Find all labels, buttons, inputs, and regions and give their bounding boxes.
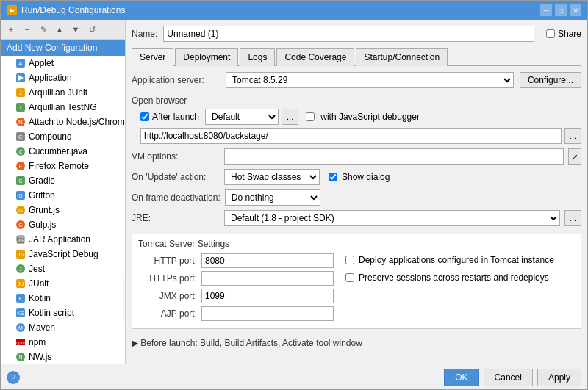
npm-icon: npm xyxy=(15,337,26,347)
http-port-label: HTTP port: xyxy=(138,256,197,266)
sidebar-item-cucumber-java[interactable]: C Cucumber.java xyxy=(1,144,125,159)
sidebar-item-label: NW.js xyxy=(29,352,51,362)
window-icon: ▶ xyxy=(7,5,17,15)
maximize-button[interactable]: □ xyxy=(555,4,567,16)
deploy-apps-checkbox[interactable] xyxy=(345,256,354,264)
close-button[interactable]: ✕ xyxy=(570,4,581,16)
url-input[interactable] xyxy=(140,128,562,144)
sidebar-item-arquillian-junit[interactable]: J Arquillian JUnit xyxy=(1,85,125,100)
share-checkbox[interactable] xyxy=(546,29,555,38)
edit-config-tool-button[interactable]: ✎ xyxy=(36,22,51,37)
sidebar-item-applet[interactable]: A Applet xyxy=(1,56,125,71)
show-dialog-checkbox[interactable] xyxy=(329,173,337,181)
http-port-input[interactable] xyxy=(201,253,334,268)
jmx-port-input[interactable] xyxy=(201,289,334,303)
sidebar-item-npm[interactable]: npm npm xyxy=(1,335,125,350)
content: + − ✎ ▲ ▼ ↺ Add New Configuration A Appl… xyxy=(1,20,587,364)
browser-select[interactable]: Default xyxy=(205,109,279,125)
preserve-sessions-row: Preserve sessions across restarts and re… xyxy=(345,272,554,283)
ajp-port-input[interactable] xyxy=(201,306,334,321)
sidebar-item-jar-application[interactable]: JAR JAR Application xyxy=(1,232,125,247)
sidebar-item-label: Griffon xyxy=(29,190,55,201)
sidebar-item-nwjs[interactable]: N NW.js xyxy=(1,350,125,364)
update-action-select[interactable]: Hot Swap classes xyxy=(224,169,320,185)
tab-startup-connection[interactable]: Startup/Connection xyxy=(356,48,448,66)
update-action-row: On 'Update' action: Hot Swap classes Sho… xyxy=(132,169,581,185)
apply-button[interactable]: Apply xyxy=(537,369,581,386)
sidebar-item-label: Jest xyxy=(29,264,45,274)
tab-code-coverage[interactable]: Code Coverage xyxy=(276,48,354,66)
remove-config-tool-button[interactable]: − xyxy=(20,22,35,37)
minimize-button[interactable]: ─ xyxy=(540,4,552,16)
sidebar-item-maven[interactable]: M Maven xyxy=(1,320,125,335)
sidebar-item-javascript-debug[interactable]: JS JavaScript Debug xyxy=(1,247,125,261)
bottom-bar: ? OK Cancel Apply xyxy=(1,364,587,389)
sidebar-item-label: JAR Application xyxy=(29,234,90,245)
preserve-sessions-checkbox[interactable] xyxy=(345,273,354,282)
sidebar-item-firefox-remote[interactable]: F Firefox Remote xyxy=(1,159,125,173)
move-down-button[interactable]: ▼ xyxy=(68,22,83,37)
sidebar-item-attach-node[interactable]: N Attach to Node.js/Chrome xyxy=(1,115,125,129)
js-debugger-checkbox[interactable] xyxy=(306,112,315,121)
cancel-button[interactable]: Cancel xyxy=(484,369,533,386)
svg-text:G: G xyxy=(18,223,22,228)
url-row: ... xyxy=(132,128,581,144)
sidebar-item-junit[interactable]: JU JUnit xyxy=(1,276,125,291)
sidebar-item-label: Gradle xyxy=(29,176,55,186)
configure-button[interactable]: Configure... xyxy=(520,72,581,88)
add-config-tool-button[interactable]: + xyxy=(4,22,18,37)
sort-button[interactable]: ↺ xyxy=(85,22,99,37)
svg-text:N: N xyxy=(18,119,23,126)
sidebar-item-label: Firefox Remote xyxy=(29,161,89,171)
sidebar-item-label: Compound xyxy=(29,131,72,142)
open-browser-label: Open browser xyxy=(132,95,581,106)
tab-deployment[interactable]: Deployment xyxy=(175,48,238,66)
sidebar-item-gulp[interactable]: G Gulp.js xyxy=(1,217,125,232)
tomcat-ports-left: HTTP port: HTTPs port: JMX port: xyxy=(138,253,334,324)
kotlin-script-icon: KS xyxy=(15,308,26,318)
before-launch-section[interactable]: ▶ Before launch: Build, Build Artifacts,… xyxy=(132,338,581,348)
url-options-button[interactable]: ... xyxy=(564,128,581,144)
svg-text:J: J xyxy=(19,90,22,95)
sidebar-item-griffon[interactable]: G Griffon xyxy=(1,188,125,203)
sidebar-item-application[interactable]: Application xyxy=(1,71,125,85)
sidebar: + − ✎ ▲ ▼ ↺ Add New Configuration A Appl… xyxy=(1,20,126,364)
browser-options-button[interactable]: ... xyxy=(282,109,298,125)
jmx-port-label: JMX port: xyxy=(138,291,197,301)
http-port-row: HTTP port: xyxy=(138,253,334,268)
before-launch-toggle[interactable]: ▶ Before launch: Build, Build Artifacts,… xyxy=(132,338,581,348)
main-panel: Name: Share Server Deployment Logs Code … xyxy=(126,20,587,364)
svg-text:G: G xyxy=(18,178,22,184)
sidebar-item-label: Maven xyxy=(29,322,55,333)
ok-button[interactable]: OK xyxy=(444,369,478,386)
sidebar-item-label: JUnit xyxy=(29,278,49,289)
sidebar-item-arquillian-testng[interactable]: T Arquillian TestNG xyxy=(1,100,125,115)
jre-options-button[interactable]: ... xyxy=(564,210,581,226)
vm-expand-button[interactable]: ⤢ xyxy=(568,148,581,165)
https-port-input[interactable] xyxy=(201,271,334,286)
svg-text:J: J xyxy=(19,267,22,272)
name-input[interactable] xyxy=(163,26,534,42)
add-new-configuration-button[interactable]: Add New Configuration xyxy=(1,40,125,56)
help-button[interactable]: ? xyxy=(7,371,20,384)
vm-options-input[interactable] xyxy=(224,148,564,165)
frame-deactivation-select[interactable]: Do nothing xyxy=(225,189,320,206)
sidebar-item-compound[interactable]: C Compound xyxy=(1,129,125,144)
jre-label: JRE: xyxy=(132,213,220,223)
tab-server[interactable]: Server xyxy=(132,48,173,66)
app-server-label: Application server: xyxy=(132,75,220,85)
sidebar-item-grunt[interactable]: G Grunt.js xyxy=(1,203,125,217)
deploy-apps-row: Deploy applications configured in Tomcat… xyxy=(345,255,554,265)
after-launch-checkbox[interactable] xyxy=(140,112,149,121)
svg-text:N: N xyxy=(18,355,22,360)
move-up-button[interactable]: ▲ xyxy=(52,22,67,37)
svg-text:C: C xyxy=(18,134,23,140)
tab-logs[interactable]: Logs xyxy=(240,48,275,66)
sidebar-item-jest[interactable]: J Jest xyxy=(1,261,125,276)
jre-select[interactable]: Default (1.8 - project SDK) xyxy=(224,210,560,226)
app-server-select[interactable]: Tomcat 8.5.29 xyxy=(226,72,514,88)
sidebar-item-kotlin-script[interactable]: KS Kotlin script xyxy=(1,306,125,320)
sidebar-item-gradle[interactable]: G Gradle xyxy=(1,173,125,188)
js-debugger-label: with JavaScript debugger xyxy=(320,112,420,122)
sidebar-item-kotlin[interactable]: K Kotlin xyxy=(1,291,125,306)
